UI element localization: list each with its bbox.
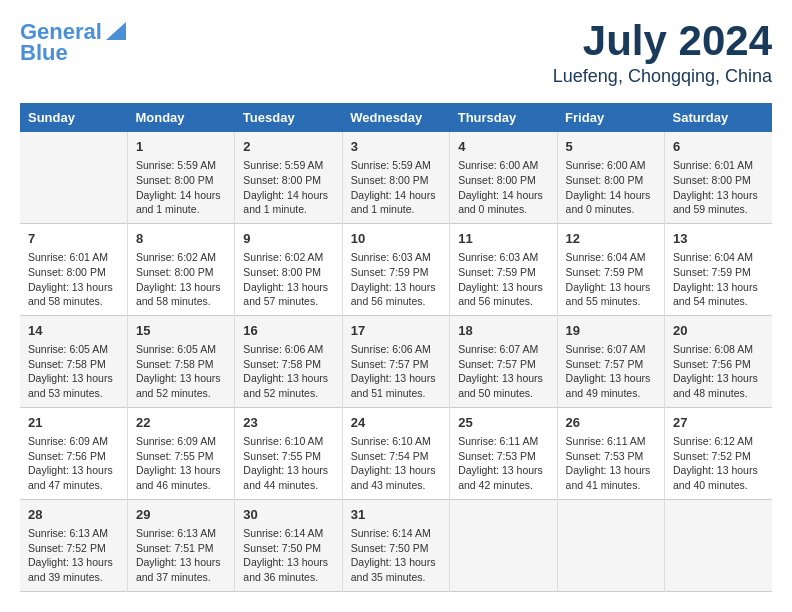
- cell-content: Sunrise: 6:07 AM Sunset: 7:57 PM Dayligh…: [566, 342, 656, 401]
- cell-content: Sunrise: 6:09 AM Sunset: 7:56 PM Dayligh…: [28, 434, 119, 493]
- day-number: 3: [351, 138, 441, 156]
- calendar-week-1: 1Sunrise: 5:59 AM Sunset: 8:00 PM Daylig…: [20, 132, 772, 223]
- cell-content: Sunrise: 5:59 AM Sunset: 8:00 PM Dayligh…: [136, 158, 226, 217]
- cell-content: Sunrise: 6:07 AM Sunset: 7:57 PM Dayligh…: [458, 342, 548, 401]
- cell-content: Sunrise: 6:12 AM Sunset: 7:52 PM Dayligh…: [673, 434, 764, 493]
- calendar-cell: 17Sunrise: 6:06 AM Sunset: 7:57 PM Dayli…: [342, 315, 449, 407]
- cell-content: Sunrise: 6:09 AM Sunset: 7:55 PM Dayligh…: [136, 434, 226, 493]
- calendar-cell: 10Sunrise: 6:03 AM Sunset: 7:59 PM Dayli…: [342, 223, 449, 315]
- header-cell-thursday: Thursday: [450, 103, 557, 132]
- day-number: 26: [566, 414, 656, 432]
- calendar-cell: 19Sunrise: 6:07 AM Sunset: 7:57 PM Dayli…: [557, 315, 664, 407]
- calendar-cell: 26Sunrise: 6:11 AM Sunset: 7:53 PM Dayli…: [557, 407, 664, 499]
- day-number: 13: [673, 230, 764, 248]
- cell-content: Sunrise: 6:00 AM Sunset: 8:00 PM Dayligh…: [566, 158, 656, 217]
- calendar-cell: 1Sunrise: 5:59 AM Sunset: 8:00 PM Daylig…: [127, 132, 234, 223]
- cell-content: Sunrise: 5:59 AM Sunset: 8:00 PM Dayligh…: [243, 158, 333, 217]
- day-number: 15: [136, 322, 226, 340]
- calendar-body: 1Sunrise: 5:59 AM Sunset: 8:00 PM Daylig…: [20, 132, 772, 591]
- calendar-cell: 6Sunrise: 6:01 AM Sunset: 8:00 PM Daylig…: [665, 132, 772, 223]
- day-number: 23: [243, 414, 333, 432]
- cell-content: Sunrise: 6:11 AM Sunset: 7:53 PM Dayligh…: [458, 434, 548, 493]
- page-header: General Blue July 2024 Luefeng, Chongqin…: [20, 20, 772, 87]
- day-number: 25: [458, 414, 548, 432]
- calendar-cell: [450, 499, 557, 591]
- header-cell-sunday: Sunday: [20, 103, 127, 132]
- cell-content: Sunrise: 6:04 AM Sunset: 7:59 PM Dayligh…: [673, 250, 764, 309]
- day-number: 16: [243, 322, 333, 340]
- day-number: 4: [458, 138, 548, 156]
- day-number: 30: [243, 506, 333, 524]
- day-number: 2: [243, 138, 333, 156]
- cell-content: Sunrise: 6:14 AM Sunset: 7:50 PM Dayligh…: [243, 526, 333, 585]
- calendar-cell: 20Sunrise: 6:08 AM Sunset: 7:56 PM Dayli…: [665, 315, 772, 407]
- calendar-week-4: 21Sunrise: 6:09 AM Sunset: 7:56 PM Dayli…: [20, 407, 772, 499]
- calendar-cell: 18Sunrise: 6:07 AM Sunset: 7:57 PM Dayli…: [450, 315, 557, 407]
- day-number: 14: [28, 322, 119, 340]
- calendar-cell: 28Sunrise: 6:13 AM Sunset: 7:52 PM Dayli…: [20, 499, 127, 591]
- logo: General Blue: [20, 20, 126, 66]
- day-number: 27: [673, 414, 764, 432]
- day-number: 8: [136, 230, 226, 248]
- day-number: 20: [673, 322, 764, 340]
- cell-content: Sunrise: 6:04 AM Sunset: 7:59 PM Dayligh…: [566, 250, 656, 309]
- calendar-cell: 2Sunrise: 5:59 AM Sunset: 8:00 PM Daylig…: [235, 132, 342, 223]
- calendar-cell: [20, 132, 127, 223]
- calendar-cell: 7Sunrise: 6:01 AM Sunset: 8:00 PM Daylig…: [20, 223, 127, 315]
- cell-content: Sunrise: 6:06 AM Sunset: 7:57 PM Dayligh…: [351, 342, 441, 401]
- calendar-cell: 14Sunrise: 6:05 AM Sunset: 7:58 PM Dayli…: [20, 315, 127, 407]
- cell-content: Sunrise: 6:14 AM Sunset: 7:50 PM Dayligh…: [351, 526, 441, 585]
- day-number: 19: [566, 322, 656, 340]
- day-number: 22: [136, 414, 226, 432]
- day-number: 10: [351, 230, 441, 248]
- header-cell-monday: Monday: [127, 103, 234, 132]
- header-row: SundayMondayTuesdayWednesdayThursdayFrid…: [20, 103, 772, 132]
- month-year-title: July 2024: [553, 20, 772, 62]
- day-number: 5: [566, 138, 656, 156]
- calendar-cell: 3Sunrise: 5:59 AM Sunset: 8:00 PM Daylig…: [342, 132, 449, 223]
- cell-content: Sunrise: 6:05 AM Sunset: 7:58 PM Dayligh…: [28, 342, 119, 401]
- cell-content: Sunrise: 6:10 AM Sunset: 7:55 PM Dayligh…: [243, 434, 333, 493]
- calendar-cell: 25Sunrise: 6:11 AM Sunset: 7:53 PM Dayli…: [450, 407, 557, 499]
- day-number: 28: [28, 506, 119, 524]
- calendar-cell: [665, 499, 772, 591]
- calendar-cell: 5Sunrise: 6:00 AM Sunset: 8:00 PM Daylig…: [557, 132, 664, 223]
- calendar-cell: 15Sunrise: 6:05 AM Sunset: 7:58 PM Dayli…: [127, 315, 234, 407]
- cell-content: Sunrise: 6:13 AM Sunset: 7:51 PM Dayligh…: [136, 526, 226, 585]
- cell-content: Sunrise: 5:59 AM Sunset: 8:00 PM Dayligh…: [351, 158, 441, 217]
- calendar-cell: 29Sunrise: 6:13 AM Sunset: 7:51 PM Dayli…: [127, 499, 234, 591]
- calendar-cell: [557, 499, 664, 591]
- calendar-cell: 27Sunrise: 6:12 AM Sunset: 7:52 PM Dayli…: [665, 407, 772, 499]
- header-cell-friday: Friday: [557, 103, 664, 132]
- calendar-table: SundayMondayTuesdayWednesdayThursdayFrid…: [20, 103, 772, 592]
- day-number: 18: [458, 322, 548, 340]
- calendar-cell: 22Sunrise: 6:09 AM Sunset: 7:55 PM Dayli…: [127, 407, 234, 499]
- cell-content: Sunrise: 6:01 AM Sunset: 8:00 PM Dayligh…: [28, 250, 119, 309]
- cell-content: Sunrise: 6:03 AM Sunset: 7:59 PM Dayligh…: [351, 250, 441, 309]
- cell-content: Sunrise: 6:10 AM Sunset: 7:54 PM Dayligh…: [351, 434, 441, 493]
- header-cell-saturday: Saturday: [665, 103, 772, 132]
- cell-content: Sunrise: 6:13 AM Sunset: 7:52 PM Dayligh…: [28, 526, 119, 585]
- day-number: 31: [351, 506, 441, 524]
- day-number: 29: [136, 506, 226, 524]
- calendar-cell: 21Sunrise: 6:09 AM Sunset: 7:56 PM Dayli…: [20, 407, 127, 499]
- header-cell-wednesday: Wednesday: [342, 103, 449, 132]
- cell-content: Sunrise: 6:08 AM Sunset: 7:56 PM Dayligh…: [673, 342, 764, 401]
- day-number: 9: [243, 230, 333, 248]
- calendar-cell: 12Sunrise: 6:04 AM Sunset: 7:59 PM Dayli…: [557, 223, 664, 315]
- calendar-header: SundayMondayTuesdayWednesdayThursdayFrid…: [20, 103, 772, 132]
- calendar-cell: 13Sunrise: 6:04 AM Sunset: 7:59 PM Dayli…: [665, 223, 772, 315]
- day-number: 12: [566, 230, 656, 248]
- location-subtitle: Luefeng, Chongqing, China: [553, 66, 772, 87]
- svg-marker-0: [106, 22, 126, 40]
- calendar-cell: 8Sunrise: 6:02 AM Sunset: 8:00 PM Daylig…: [127, 223, 234, 315]
- calendar-week-3: 14Sunrise: 6:05 AM Sunset: 7:58 PM Dayli…: [20, 315, 772, 407]
- day-number: 17: [351, 322, 441, 340]
- cell-content: Sunrise: 6:00 AM Sunset: 8:00 PM Dayligh…: [458, 158, 548, 217]
- calendar-week-2: 7Sunrise: 6:01 AM Sunset: 8:00 PM Daylig…: [20, 223, 772, 315]
- calendar-cell: 11Sunrise: 6:03 AM Sunset: 7:59 PM Dayli…: [450, 223, 557, 315]
- day-number: 11: [458, 230, 548, 248]
- calendar-cell: 16Sunrise: 6:06 AM Sunset: 7:58 PM Dayli…: [235, 315, 342, 407]
- calendar-cell: 4Sunrise: 6:00 AM Sunset: 8:00 PM Daylig…: [450, 132, 557, 223]
- day-number: 7: [28, 230, 119, 248]
